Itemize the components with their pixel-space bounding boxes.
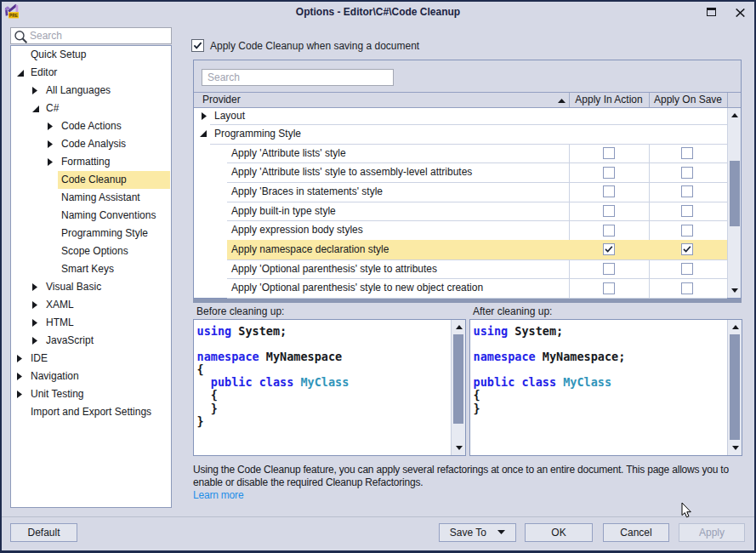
code-line: using System;: [197, 325, 452, 338]
scroll-up-icon[interactable]: [732, 325, 739, 329]
apply-on-save-checkbox[interactable]: [681, 282, 693, 294]
tree-item-formatting[interactable]: Formatting: [11, 153, 171, 171]
grid-row-apply-attribute-lists-style-to-assembly-level-attributes[interactable]: Apply 'Attribute lists' style to assembl…: [194, 162, 727, 182]
tree-item-editor[interactable]: Editor: [11, 64, 171, 82]
apply-in-action-checkbox[interactable]: [603, 282, 615, 294]
apply-in-action-checkbox[interactable]: [603, 263, 615, 275]
apply-on-save-checkbox[interactable]: [681, 263, 693, 275]
tree-item-naming-assistant[interactable]: Naming Assistant: [11, 189, 171, 207]
apply-on-save-checkbox[interactable]: [681, 147, 693, 159]
cancel-button[interactable]: Cancel: [603, 523, 669, 542]
collapsed-arrow-icon[interactable]: [17, 391, 22, 398]
save-to-label: Save To: [450, 527, 486, 539]
grid-item-label: Apply 'Optional parenthesis' style to ne…: [231, 278, 483, 298]
apply-on-save-checkbox[interactable]: [191, 39, 204, 52]
collapsed-arrow-icon[interactable]: [32, 301, 37, 309]
apply-button-disabled[interactable]: Apply: [679, 523, 745, 542]
tree-item-code-analysis[interactable]: Code Analysis: [11, 135, 171, 153]
tree-item-xaml[interactable]: XAML: [11, 296, 171, 314]
before-code-scrollbar[interactable]: [451, 320, 465, 455]
tree-item-code-actions[interactable]: Code Actions: [11, 117, 171, 135]
before-code: using System; namespace MyNamespace{ pub…: [194, 320, 451, 455]
apply-in-action-checkbox[interactable]: [603, 147, 615, 159]
scrollbar-thumb[interactable]: [453, 334, 463, 424]
tree-item-unit-testing[interactable]: Unit Testing: [11, 385, 171, 403]
grid-group-row-layout[interactable]: Layout: [194, 108, 727, 124]
code-line: using System;: [474, 325, 728, 338]
save-to-button[interactable]: Save To: [439, 523, 516, 542]
grid-item-label: Apply namespace declaration style: [231, 240, 389, 259]
collapsed-arrow-icon[interactable]: [32, 283, 37, 291]
collapsed-arrow-icon[interactable]: [202, 112, 207, 120]
collapsed-arrow-icon[interactable]: [48, 140, 53, 148]
tree-item-c-[interactable]: C#: [11, 100, 171, 117]
tree-item-naming-conventions[interactable]: Naming Conventions: [11, 207, 171, 225]
learn-more-link[interactable]: Learn more: [193, 489, 243, 501]
grid-search-input[interactable]: [207, 71, 388, 84]
scroll-down-icon[interactable]: [456, 446, 463, 450]
grid-item-label: Apply expression body styles: [231, 220, 363, 240]
grid-row-apply-optional-parenthesis-style-to-attributes[interactable]: Apply 'Optional parenthesis' style to at…: [194, 259, 727, 279]
apply-on-save-checkbox[interactable]: [681, 205, 693, 217]
after-code-scrollbar[interactable]: [727, 320, 742, 455]
apply-in-action-checkbox[interactable]: [603, 205, 615, 217]
tree-item-all-languages[interactable]: All Languages: [11, 82, 171, 100]
sidebar-search-input[interactable]: [30, 29, 168, 43]
column-header-provider[interactable]: Provider: [202, 93, 241, 107]
grid-row-apply-braces-in-statements-style[interactable]: Apply 'Braces in statements' style: [194, 182, 727, 202]
tree-item-label: All Languages: [46, 82, 111, 100]
tree-item-smart-keys[interactable]: Smart Keys: [11, 260, 171, 278]
grid-row-apply-expression-body-styles[interactable]: Apply expression body styles: [194, 220, 727, 240]
scroll-up-icon[interactable]: [456, 325, 463, 329]
scroll-up-icon[interactable]: [731, 113, 738, 117]
apply-in-action-checkbox[interactable]: [603, 185, 615, 197]
tree-item-html[interactable]: HTML: [11, 314, 171, 332]
tree-item-ide[interactable]: IDE: [11, 350, 171, 368]
apply-in-action-checkbox[interactable]: [603, 225, 615, 237]
grid-row-apply-optional-parenthesis-style-to-new-object-creation[interactable]: Apply 'Optional parenthesis' style to ne…: [194, 278, 727, 298]
collapsed-arrow-icon[interactable]: [17, 373, 22, 380]
tree-item-import-and-export-settings[interactable]: Import and Export Settings: [11, 403, 171, 421]
collapsed-arrow-icon[interactable]: [48, 123, 53, 130]
grid-row-apply-attribute-lists-style[interactable]: Apply 'Attribute lists' style: [194, 144, 727, 163]
collapsed-arrow-icon[interactable]: [17, 355, 22, 362]
horizontal-splitter[interactable]: [193, 299, 742, 303]
apply-in-action-checkbox[interactable]: [603, 243, 615, 255]
tree-item-navigation[interactable]: Navigation: [11, 368, 171, 385]
expanded-arrow-icon[interactable]: [32, 105, 39, 112]
column-header-apply-on-save[interactable]: Apply On Save: [649, 93, 727, 107]
scrollbar-thumb[interactable]: [730, 161, 740, 226]
scroll-down-icon[interactable]: [732, 446, 739, 450]
tree-item-label: Unit Testing: [31, 385, 83, 403]
apply-on-save-checkbox[interactable]: [681, 243, 693, 255]
collapsed-arrow-icon[interactable]: [48, 158, 53, 166]
apply-in-action-checkbox[interactable]: [603, 167, 615, 179]
close-button[interactable]: [730, 2, 752, 22]
tree-item-scope-options[interactable]: Scope Options: [11, 242, 171, 260]
grid-row-apply-built-in-type-style[interactable]: Apply built-in type style: [194, 202, 727, 221]
tree-item-code-cleanup[interactable]: Code Cleanup: [11, 171, 171, 189]
scroll-down-icon[interactable]: [731, 288, 738, 293]
grid-item-label: Apply built-in type style: [231, 202, 336, 221]
collapsed-arrow-icon[interactable]: [32, 87, 37, 94]
apply-on-save-checkbox[interactable]: [681, 167, 693, 179]
ok-button[interactable]: OK: [525, 523, 593, 542]
default-button[interactable]: Default: [10, 523, 77, 542]
column-header-apply-in-action[interactable]: Apply In Action: [569, 93, 649, 107]
tree-item-programming-style[interactable]: Programming Style: [11, 225, 171, 242]
scrollbar-thumb[interactable]: [730, 334, 740, 440]
grid-group-row-programming-style[interactable]: Programming Style: [194, 124, 727, 144]
apply-on-save-checkbox[interactable]: [681, 225, 693, 237]
grid-item-label: Apply 'Optional parenthesis' style to at…: [231, 259, 437, 279]
apply-on-save-checkbox[interactable]: [681, 185, 693, 197]
grid-vertical-scrollbar[interactable]: [727, 108, 741, 298]
tree-item-javascript[interactable]: JavaScript: [11, 332, 171, 350]
expanded-arrow-icon[interactable]: [200, 130, 207, 137]
tree-item-visual-basic[interactable]: Visual Basic: [11, 278, 171, 296]
expanded-arrow-icon[interactable]: [17, 70, 24, 77]
collapsed-arrow-icon[interactable]: [32, 319, 37, 327]
collapsed-arrow-icon[interactable]: [32, 337, 37, 345]
maximize-button[interactable]: [701, 2, 723, 22]
grid-row-apply-namespace-declaration-style[interactable]: Apply namespace declaration style: [194, 240, 727, 259]
tree-item-quick-setup[interactable]: Quick Setup: [11, 46, 171, 64]
